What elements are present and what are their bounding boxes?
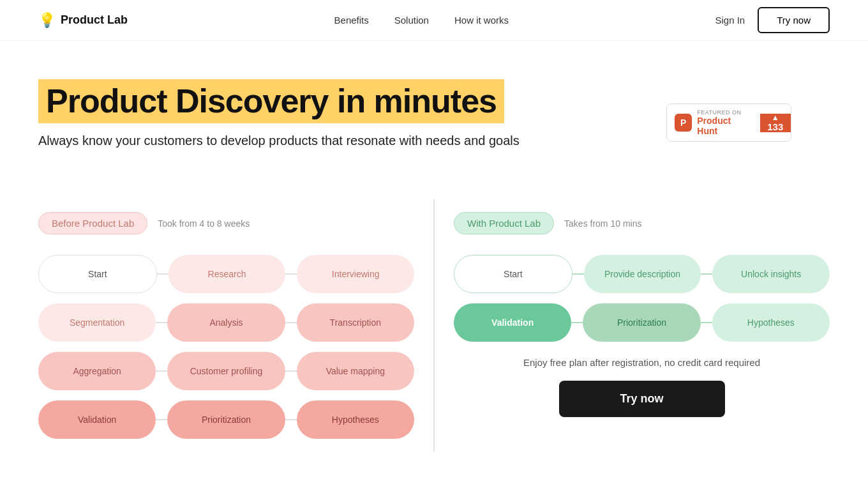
after-header: With Product Lab Takes from 10 mins (454, 212, 830, 234)
ph-name: Product Hunt (697, 116, 752, 136)
after-node-unlock-insights: Unlock insights (712, 255, 830, 293)
ph-left: P FEATURED ON Product Hunt (667, 104, 760, 141)
ph-arrow-icon: ▲ (772, 114, 779, 121)
before-node-customer-profiling: Customer profiling (167, 352, 285, 390)
before-node-prioritization: Prioritization (167, 400, 285, 439)
after-row-1: Start Provide description Unlock insight… (454, 255, 830, 293)
before-row-2: Segmentation Analysis Transcription (38, 303, 414, 342)
after-node-start: Start (454, 255, 572, 293)
before-node-research: Research (168, 255, 286, 293)
before-node-value-mapping: Value mapping (297, 352, 414, 390)
before-row-1: Start Research Interviewing (38, 255, 414, 293)
nav-solution[interactable]: Solution (394, 15, 429, 26)
after-flow: Start Provide description Unlock insight… (454, 255, 830, 342)
before-node-aggregation: Aggregation (38, 352, 156, 390)
nav-benefits[interactable]: Benefits (334, 15, 369, 26)
after-node-prioritization: Prioritization (583, 303, 700, 342)
after-side: With Product Lab Takes from 10 mins Star… (454, 199, 830, 452)
after-row-2: Validation Prioritization Hypotheses (454, 303, 830, 342)
before-header: Before Product Lab Took from 4 to 8 week… (38, 212, 414, 234)
ph-logo-icon: P (675, 114, 692, 132)
before-node-interviewing: Interviewing (297, 255, 414, 293)
hero-subtitle: Always know your customers to develop pr… (38, 133, 562, 148)
comparison-divider (433, 199, 435, 452)
before-row-4: Validation Prioritization Hypotheses (38, 400, 414, 439)
nav-try-now-button[interactable]: Try now (758, 7, 830, 33)
logo-text: Product Lab (61, 13, 128, 27)
before-node-hypotheses: Hypotheses (297, 400, 414, 439)
sign-in-button[interactable]: Sign In (715, 15, 745, 26)
ph-featured-on: FEATURED ON (697, 109, 752, 116)
before-side: Before Product Lab Took from 4 to 8 week… (38, 199, 414, 452)
nav-how-it-works[interactable]: How it works (454, 15, 509, 26)
before-flow: Start Research Interviewing Segmentation… (38, 255, 414, 439)
ph-right: ▲ 133 (760, 114, 791, 132)
after-time: Takes from 10 mins (564, 218, 641, 229)
before-node-start: Start (38, 255, 157, 293)
logo[interactable]: 💡 Product Lab (38, 12, 128, 29)
before-node-validation: Validation (38, 400, 156, 439)
free-plan-text: Enjoy free plan after registration, no c… (454, 357, 830, 368)
before-row-3: Aggregation Customer profiling Value map… (38, 352, 414, 390)
after-node-provide-description: Provide description (584, 255, 701, 293)
before-node-analysis: Analysis (167, 303, 285, 342)
before-label: Before Product Lab (38, 212, 147, 234)
hero-title: Product Discovery in minutes (46, 83, 497, 119)
nav-links: Benefits Solution How it works (334, 15, 509, 26)
before-node-segmentation: Segmentation (38, 303, 156, 342)
nav-right: Sign In Try now (715, 7, 830, 33)
product-hunt-badge[interactable]: P FEATURED ON Product Hunt ▲ 133 (666, 103, 791, 142)
after-node-validation: Validation (454, 303, 571, 342)
logo-icon: 💡 (38, 12, 56, 29)
hero-section: Product Discovery in minutes Always know… (0, 41, 868, 199)
before-node-transcription: Transcription (297, 303, 414, 342)
ph-count: 133 (767, 121, 783, 132)
hero-title-bg: Product Discovery in minutes (38, 79, 504, 123)
comparison-section: Before Product Lab Took from 4 to 8 week… (0, 199, 868, 488)
navbar: 💡 Product Lab Benefits Solution How it w… (0, 0, 868, 41)
before-time: Took from 4 to 8 weeks (158, 218, 250, 229)
after-label: With Product Lab (454, 212, 554, 234)
after-node-hypotheses: Hypotheses (712, 303, 830, 342)
ph-text-block: FEATURED ON Product Hunt (697, 109, 752, 136)
hero-try-now-button[interactable]: Try now (559, 381, 725, 417)
